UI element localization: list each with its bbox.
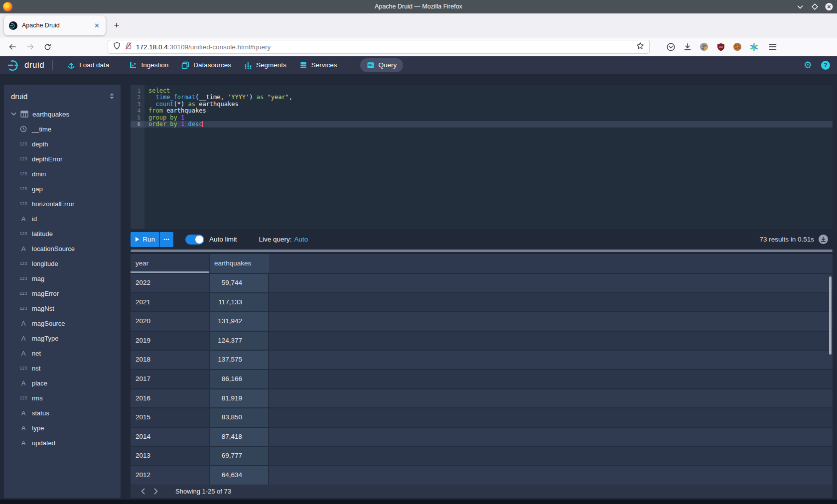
table-row[interactable]: 201786,166 <box>131 370 833 389</box>
cell-earthquakes[interactable]: 81,919 <box>209 389 269 408</box>
table-row[interactable]: 201681,919 <box>131 389 833 409</box>
pagination-next-button[interactable] <box>149 485 162 498</box>
live-query-value[interactable]: Auto <box>294 236 308 243</box>
pagination-prev-button[interactable] <box>137 485 149 498</box>
maximize-icon[interactable] <box>811 3 819 11</box>
cell-year[interactable]: 2014 <box>131 428 209 446</box>
cell-year[interactable]: 2019 <box>131 332 209 350</box>
table-row[interactable]: 2020131,942 <box>131 312 833 332</box>
sidebar-column-place[interactable]: Aplace <box>4 376 121 390</box>
sidebar-column-magError[interactable]: 123magError <box>4 286 121 301</box>
nav-load-data[interactable]: Load data <box>61 58 116 72</box>
sidebar-column-nst[interactable]: 123nst <box>4 361 121 376</box>
sidebar-column-rms[interactable]: 123rms <box>4 390 121 405</box>
query-editor[interactable]: 123456 select time_format(__time, 'YYYY'… <box>131 85 833 229</box>
close-icon[interactable] <box>825 3 833 11</box>
sidebar-column-depthError[interactable]: 123depthError <box>4 151 121 166</box>
cell-year[interactable]: 2013 <box>131 447 209 465</box>
ublock-extension-icon[interactable]: uO <box>714 41 727 53</box>
tracking-shield-icon[interactable] <box>113 42 121 52</box>
druid-logo[interactable]: druid <box>7 58 44 72</box>
cell-earthquakes[interactable]: 86,166 <box>209 370 269 388</box>
pocket-icon[interactable] <box>664 41 677 53</box>
header-cell-year[interactable]: year <box>131 254 209 273</box>
back-button[interactable] <box>6 41 19 53</box>
sidebar-column-magType[interactable]: AmagType <box>4 331 121 346</box>
table-row[interactable]: 201264,634 <box>131 466 833 485</box>
sidebar-column-__time[interactable]: __time <box>4 122 121 136</box>
new-tab-button[interactable]: + <box>111 19 123 31</box>
url-field[interactable]: 172.18.0.4:30109/unified-console.html#qu… <box>108 40 650 54</box>
cell-year[interactable]: 2012 <box>131 466 209 485</box>
table-row[interactable]: 202259,744 <box>131 274 833 293</box>
cell-earthquakes[interactable]: 137,575 <box>209 351 269 369</box>
sidebar-column-id[interactable]: Aid <box>4 211 121 226</box>
table-row[interactable]: 201583,850 <box>131 408 833 428</box>
run-button[interactable]: Run <box>131 232 159 247</box>
insecure-lock-icon[interactable] <box>125 42 132 52</box>
url-text[interactable]: 172.18.0.4:30109/unified-console.html#qu… <box>136 43 636 51</box>
results-scrollbar[interactable] <box>829 276 832 355</box>
cell-year[interactable]: 2017 <box>131 370 209 388</box>
sidebar-column-net[interactable]: Anet <box>4 346 121 361</box>
nav-segments[interactable]: Segments <box>238 58 293 72</box>
pane-splitter[interactable] <box>131 250 833 252</box>
sidebar-column-magNst[interactable]: 123magNst <box>4 301 121 316</box>
tab-close-icon[interactable]: ✕ <box>93 22 101 29</box>
run-more-options-button[interactable]: ••• <box>160 232 173 247</box>
sidebar-column-status[interactable]: Astatus <box>4 405 121 420</box>
header-cell-earthquakes[interactable]: earthquakes <box>209 254 269 273</box>
help-icon[interactable]: ? <box>821 61 830 70</box>
cell-year[interactable]: 2015 <box>131 408 209 427</box>
table-row[interactable]: 201487,418 <box>131 428 833 447</box>
cookie-extension-icon[interactable] <box>731 41 744 53</box>
table-row[interactable]: 2019124,377 <box>131 332 833 351</box>
nav-services[interactable]: Services <box>293 58 344 72</box>
download-results-icon[interactable] <box>819 235 828 244</box>
minimize-icon[interactable] <box>796 3 804 11</box>
sidebar-column-latitude[interactable]: 123latitude <box>4 226 121 241</box>
cell-earthquakes[interactable]: 69,777 <box>209 447 269 465</box>
bookmark-star-icon[interactable] <box>636 42 644 52</box>
download-icon[interactable] <box>681 41 694 53</box>
menu-hamburger-icon[interactable] <box>766 41 779 53</box>
nav-datasources[interactable]: Datasources <box>175 58 238 72</box>
table-row[interactable]: 2018137,575 <box>131 351 833 370</box>
cell-year[interactable]: 2022 <box>131 274 209 292</box>
cell-year[interactable]: 2018 <box>131 351 209 369</box>
auto-limit-toggle[interactable] <box>185 235 204 245</box>
forward-button[interactable] <box>24 41 37 53</box>
cell-earthquakes[interactable]: 131,942 <box>209 312 269 331</box>
sidebar-column-magSource[interactable]: AmagSource <box>4 316 121 331</box>
druid-favicon-icon <box>9 21 17 30</box>
extension-asterisk-icon[interactable] <box>747 41 760 53</box>
table-row[interactable]: 2021117,133 <box>131 293 833 313</box>
nav-ingestion[interactable]: Ingestion <box>123 58 175 72</box>
sidebar-column-locationSource[interactable]: AlocationSource <box>4 241 121 256</box>
cell-earthquakes[interactable]: 83,850 <box>209 408 269 427</box>
cell-year[interactable]: 2020 <box>131 312 209 331</box>
sidebar-column-type[interactable]: Atype <box>4 420 121 435</box>
cell-year[interactable]: 2016 <box>131 389 209 408</box>
cell-earthquakes[interactable]: 87,418 <box>209 428 269 446</box>
cell-earthquakes[interactable]: 117,133 <box>209 293 269 312</box>
sidebar-column-updated[interactable]: Aupdated <box>4 435 121 450</box>
settings-gear-icon[interactable]: ⚙ <box>804 59 812 71</box>
sidebar-column-horizontalError[interactable]: 123horizontalError <box>4 196 121 211</box>
sidebar-column-gap[interactable]: 123gap <box>4 181 121 196</box>
datasource-item-earthquakes[interactable]: earthquakes <box>4 107 121 122</box>
tab-apache-druid[interactable]: Apache Druid ✕ <box>4 15 106 35</box>
cell-earthquakes[interactable]: 124,377 <box>209 332 269 350</box>
cell-earthquakes[interactable]: 64,634 <box>209 466 269 485</box>
nav-query[interactable]: Query <box>360 58 404 72</box>
account-extension-icon[interactable] <box>698 41 710 53</box>
cell-earthquakes[interactable]: 59,744 <box>209 274 269 292</box>
table-row[interactable]: 201369,777 <box>131 447 833 466</box>
sidebar-column-mag[interactable]: 123mag <box>4 271 121 286</box>
reload-button[interactable] <box>41 41 54 53</box>
sidebar-column-longitude[interactable]: 123longitude <box>4 256 121 271</box>
sidebar-column-dmin[interactable]: 123dmin <box>4 166 121 181</box>
sidebar-column-depth[interactable]: 123depth <box>4 136 121 151</box>
cell-year[interactable]: 2021 <box>131 293 209 312</box>
schema-selector[interactable]: druid <box>4 89 121 104</box>
